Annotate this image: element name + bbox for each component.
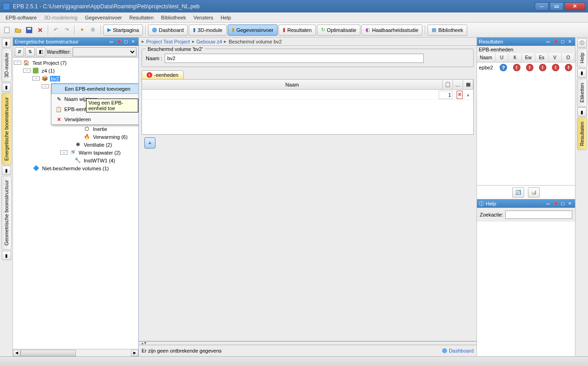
left-tab-icon-1[interactable]: ▮ [2, 38, 11, 48]
panel-pin-icon[interactable]: 📌 [115, 38, 122, 45]
panel-minimize-icon[interactable]: ▭ [108, 38, 114, 45]
col-action1-header[interactable]: 📋 [443, 80, 453, 89]
menu-data-input[interactable]: Gegevensinvoer [81, 13, 125, 22]
optimization-button[interactable]: ↻Optimalisatie [317, 25, 361, 36]
panel-max-icon[interactable]: ▢ [123, 38, 129, 45]
rcol-o[interactable]: O [562, 53, 575, 62]
help-search-input[interactable] [505, 211, 572, 219]
feasibility-button[interactable]: ◐Haalbaarheidsstudie [361, 25, 422, 36]
menu-3d-modeling[interactable]: 3D-modelering [40, 13, 81, 22]
tree-node-bv2[interactable]: bv2 [50, 76, 60, 81]
tab-units[interactable]: ! -eenheden [142, 70, 184, 79]
tree-expander[interactable]: − [42, 84, 49, 88]
left-tab-icon-2[interactable]: ▮ [2, 83, 11, 92]
tree-expander[interactable]: − [32, 76, 40, 81]
right-tab-icon-1[interactable]: ⓘ [577, 38, 587, 48]
library-button[interactable]: ▦Bibliotheek [427, 25, 467, 36]
data-input-button[interactable]: ▮Gegevensinvoer [228, 25, 278, 36]
breadcrumb-volume[interactable]: Beschermd volume bv2 [229, 39, 282, 44]
vtab-help[interactable]: Help [577, 49, 587, 68]
panel-max-icon[interactable]: ▢ [559, 200, 566, 207]
tree-node-nietbesch[interactable]: Niet-beschermde volumes (1) [41, 166, 110, 171]
tree-expander[interactable]: − [14, 61, 21, 65]
wizard-button[interactable]: ✦ [77, 25, 87, 35]
panel-close-icon[interactable]: ✕ [567, 200, 573, 207]
scroll-right-button[interactable]: ▶ [131, 350, 138, 356]
save-button[interactable] [24, 25, 34, 35]
name-input[interactable] [165, 54, 424, 63]
undo-button[interactable]: ↶ [50, 25, 61, 35]
menu-help[interactable]: Help [217, 13, 235, 22]
ctx-add-unit[interactable]: Een EPB-eenheid toevoegen [51, 84, 138, 94]
results-button[interactable]: ▮Resultaten [279, 25, 316, 36]
panel-max-icon[interactable]: ▢ [559, 38, 566, 45]
vtab-labels[interactable]: Etiketten [577, 79, 587, 107]
delete-button[interactable]: ✕ [35, 25, 45, 35]
vtab-energy-tree[interactable]: Energetische boomstructuur [1, 93, 12, 165]
menu-library[interactable]: Bibliotheek [157, 13, 190, 22]
col-action2-header[interactable]: … [453, 80, 463, 89]
panel-minimize-icon[interactable]: ▭ [545, 38, 551, 45]
open-button[interactable] [13, 25, 23, 35]
rcol-v[interactable]: V [549, 53, 562, 62]
col-action3-header[interactable]: ▦ [463, 80, 473, 89]
rcol-es[interactable]: Es [535, 53, 549, 62]
dashboard-button[interactable]: Dashboard [148, 25, 188, 36]
row-delete-button[interactable]: ✕ [457, 91, 463, 99]
rcol-u[interactable]: U [495, 53, 509, 62]
startpage-button[interactable]: ▶Startpagina [103, 25, 143, 36]
add-row-button[interactable]: + [144, 137, 155, 149]
tree-collapse-button[interactable]: ⇅ [25, 47, 35, 56]
scroll-thumb[interactable] [20, 350, 76, 356]
menu-windows[interactable]: Vensters [190, 13, 217, 22]
tree-expand-button[interactable]: ⇵ [15, 47, 24, 56]
tree-node-inertie[interactable]: Inertie [92, 126, 108, 132]
col-name-header[interactable]: Naam [142, 80, 443, 89]
vtab-3d-module[interactable]: 3D-module [1, 49, 12, 82]
tree-node-z4[interactable]: z4 (1) [41, 68, 56, 74]
ctx-delete[interactable]: ✕ Verwijderen [51, 114, 138, 124]
tree-filter-button[interactable]: ◧ [36, 47, 45, 56]
tree-node-project[interactable]: Test Project (7) [31, 60, 68, 66]
menu-software[interactable]: EPB-software [2, 13, 40, 22]
redo-button[interactable]: ↷ [62, 25, 72, 35]
rcol-ew[interactable]: Ew [522, 53, 535, 62]
tree-expander[interactable]: − [23, 68, 31, 73]
panel-minimize-icon[interactable]: ▭ [545, 200, 551, 207]
tree-node-verwarming[interactable]: Verwarming (6) [92, 134, 129, 140]
results-row[interactable]: epbe2 ? ! ! ! ! ! [477, 62, 575, 73]
window-close-button[interactable]: ✕ [564, 2, 585, 11]
panel-close-icon[interactable]: ✕ [567, 38, 573, 45]
breadcrumb-project[interactable]: Project Test Project [146, 39, 190, 44]
breadcrumb-building[interactable]: Gebouw z4 [197, 39, 223, 44]
tree-expander[interactable]: − [60, 150, 68, 155]
row-count-input[interactable] [439, 91, 452, 99]
panel-pin-icon[interactable]: 📌 [552, 38, 558, 45]
wall-filter-select[interactable] [73, 47, 136, 56]
right-tab-icon-3[interactable]: ▮ [577, 107, 587, 117]
tree-node-instwtw[interactable]: InstWTW1 (4) [83, 158, 116, 163]
window-maximize-button[interactable]: ▭ [550, 2, 563, 11]
status-dashboard-link[interactable]: Dashboard [442, 348, 474, 354]
vtab-geometry-tree[interactable]: Geometrische boomstructuur [1, 176, 12, 250]
panel-pin-icon[interactable]: 📌 [552, 200, 558, 207]
scroll-left-button[interactable]: ◀ [13, 350, 20, 356]
left-tab-icon-3[interactable]: ▮ [2, 166, 11, 175]
tree-hscrollbar[interactable]: ◀ ▶ [13, 349, 138, 356]
rcol-naam[interactable]: Naam [477, 53, 495, 62]
chart-button[interactable]: 📊 [528, 187, 540, 198]
3d-module-button[interactable]: ▮3D-module [189, 25, 227, 36]
table-row[interactable]: ✕ ▴ [142, 90, 473, 100]
settings-button[interactable]: ⚙ [88, 25, 98, 35]
refresh-button[interactable]: 🔄 [512, 187, 524, 198]
tree-view[interactable]: −🏠Test Project (7) −🟩z4 (1) −📦bv2 −▫ ⬡In… [13, 58, 138, 349]
window-minimize-button[interactable]: ─ [535, 2, 549, 11]
menu-results[interactable]: Resultaten [126, 13, 158, 22]
left-tab-icon-4[interactable]: ▮ [2, 251, 11, 260]
tree-node-warmtap[interactable]: Warm tapwater (2) [78, 150, 122, 155]
new-button[interactable] [2, 25, 12, 35]
rcol-k[interactable]: K [508, 53, 522, 62]
vtab-results[interactable]: Resultaten [577, 118, 587, 150]
tree-node-ventilatie[interactable]: Ventilatie (2) [83, 142, 113, 148]
panel-close-icon[interactable]: ✕ [130, 38, 136, 45]
